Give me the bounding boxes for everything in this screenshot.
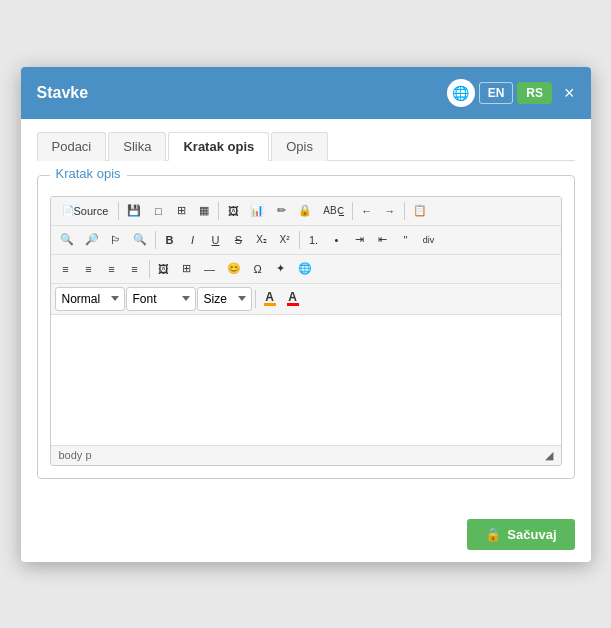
- tab-slika[interactable]: Slika: [108, 132, 166, 161]
- subscript-btn[interactable]: X₂: [251, 229, 273, 251]
- align-right-btn[interactable]: ≡: [101, 258, 123, 280]
- toolbar-row-2: 🔍 🔎 🏳 🔍 B I U S X₂ X² 1. •: [51, 226, 561, 255]
- font-select[interactable]: Font: [126, 287, 196, 311]
- lang-rs-button[interactable]: RS: [517, 82, 552, 104]
- print-btn[interactable]: ▦: [193, 200, 215, 222]
- table2-btn[interactable]: ⊞: [176, 258, 198, 280]
- hr-btn[interactable]: —: [199, 258, 221, 280]
- close-button[interactable]: ×: [564, 84, 575, 102]
- align-center-btn[interactable]: ≡: [78, 258, 100, 280]
- image-btn[interactable]: 🖼: [222, 200, 244, 222]
- redo-btn[interactable]: →: [379, 200, 401, 222]
- dialog-footer: 🔒 Sačuvaj: [21, 511, 591, 562]
- align-left-btn[interactable]: ≡: [55, 258, 77, 280]
- editor-container: 📄 Source 💾 □ ⊞ ▦ 🖼 📊 ✏ 🔒 ABC̲: [50, 196, 562, 466]
- flag-btn[interactable]: 🏳: [105, 229, 127, 251]
- editor-toolbar: 📄 Source 💾 □ ⊞ ▦ 🖼 📊 ✏ 🔒 ABC̲: [51, 197, 561, 315]
- font-color-icon: A: [264, 291, 276, 306]
- ul-btn[interactable]: •: [326, 229, 348, 251]
- preview-btn[interactable]: □: [147, 200, 169, 222]
- table-btn[interactable]: 📊: [245, 200, 269, 222]
- ol-btn[interactable]: 1.: [303, 229, 325, 251]
- kratak-opis-section: Kratak opis 📄 Source 💾 □ ⊞ ▦: [37, 175, 575, 479]
- spell2-btn[interactable]: 🔎: [80, 229, 104, 251]
- img2-btn[interactable]: 🖼: [153, 258, 175, 280]
- tab-opis[interactable]: Opis: [271, 132, 328, 161]
- toolbar-row-3: ≡ ≡ ≡ ≡ 🖼 ⊞ — 😊 Ω ✦ 🌐: [51, 255, 561, 284]
- separator-2: [218, 202, 219, 220]
- separator-3: [352, 202, 353, 220]
- source-button[interactable]: 📄 Source: [55, 200, 116, 222]
- editor-footer: body p ◢: [51, 445, 561, 465]
- italic-btn[interactable]: I: [182, 229, 204, 251]
- dialog: Stavke 🌐 EN RS × Podaci Slika Kratak opi…: [21, 67, 591, 562]
- blockquote-btn[interactable]: ": [395, 229, 417, 251]
- save-button[interactable]: 🔒 Sačuvaj: [467, 519, 574, 550]
- find-btn[interactable]: 🔍: [128, 229, 152, 251]
- outdent-btn[interactable]: ⇤: [372, 229, 394, 251]
- format-select[interactable]: Normal: [55, 287, 125, 311]
- strike-btn[interactable]: S: [228, 229, 250, 251]
- undo-btn[interactable]: ←: [356, 200, 378, 222]
- iframe-btn[interactable]: 🌐: [293, 258, 317, 280]
- align-justify-btn[interactable]: ≡: [124, 258, 146, 280]
- editor-path: body p: [59, 449, 92, 461]
- save-lock-icon: 🔒: [485, 527, 501, 542]
- tab-podaci[interactable]: Podaci: [37, 132, 107, 161]
- globe-icon: 🌐: [447, 79, 475, 107]
- spellcheck-btn[interactable]: ABC̲: [318, 200, 348, 222]
- toolbar-row-1: 📄 Source 💾 □ ⊞ ▦ 🖼 📊 ✏ 🔒 ABC̲: [51, 197, 561, 226]
- bold-btn[interactable]: B: [159, 229, 181, 251]
- lang-en-button[interactable]: EN: [479, 82, 514, 104]
- bg-color-btn[interactable]: A: [282, 288, 304, 310]
- lock-btn[interactable]: 🔒: [293, 200, 317, 222]
- templates-btn[interactable]: ⊞: [170, 200, 192, 222]
- special2-btn[interactable]: ✦: [270, 258, 292, 280]
- section-legend: Kratak opis: [50, 166, 127, 181]
- tabs-container: Podaci Slika Kratak opis Opis: [37, 131, 575, 161]
- paste-btn[interactable]: 📋: [408, 200, 432, 222]
- save-icon-btn[interactable]: 💾: [122, 200, 146, 222]
- separator-8: [255, 290, 256, 308]
- dialog-body: Podaci Slika Kratak opis Opis Kratak opi…: [21, 119, 591, 511]
- header-right: 🌐 EN RS ×: [447, 79, 575, 107]
- font-color-btn[interactable]: A: [259, 288, 281, 310]
- link-btn[interactable]: ✏: [270, 200, 292, 222]
- separator-7: [149, 260, 150, 278]
- spell-img-btn[interactable]: 🔍: [55, 229, 79, 251]
- resize-handle[interactable]: ◢: [545, 449, 553, 462]
- indent-btn[interactable]: ⇥: [349, 229, 371, 251]
- dialog-title: Stavke: [37, 84, 89, 102]
- source-icon: 📄: [62, 205, 74, 216]
- separator-5: [155, 231, 156, 249]
- editor-area[interactable]: [51, 315, 561, 445]
- dialog-header: Stavke 🌐 EN RS ×: [21, 67, 591, 119]
- tab-kratak-opis[interactable]: Kratak opis: [168, 132, 269, 161]
- toolbar-row-4: Normal Font Size A: [51, 284, 561, 314]
- superscript-btn[interactable]: X²: [274, 229, 296, 251]
- underline-btn[interactable]: U: [205, 229, 227, 251]
- size-select[interactable]: Size: [197, 287, 252, 311]
- save-label: Sačuvaj: [507, 527, 556, 542]
- separator-1: [118, 202, 119, 220]
- div-btn[interactable]: div: [418, 229, 440, 251]
- separator-6: [299, 231, 300, 249]
- separator-4: [404, 202, 405, 220]
- bg-color-icon: A: [287, 291, 299, 306]
- smiley-btn[interactable]: 😊: [222, 258, 246, 280]
- special-char-btn[interactable]: Ω: [247, 258, 269, 280]
